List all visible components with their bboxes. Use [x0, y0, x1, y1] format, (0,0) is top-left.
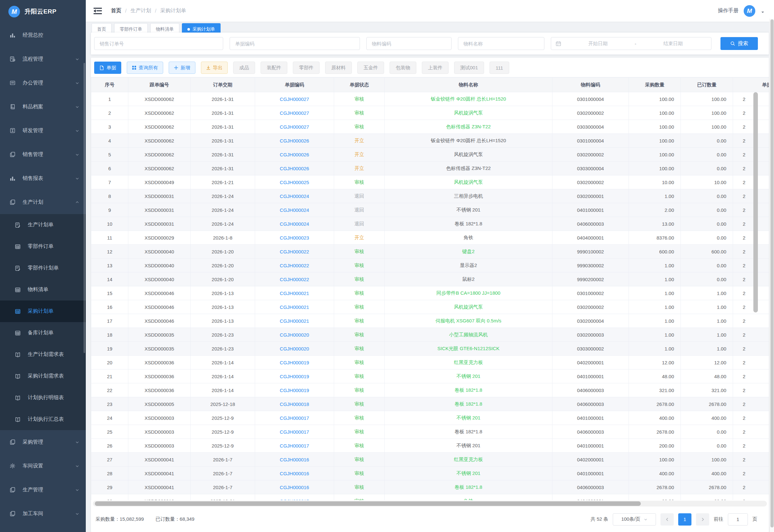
tab-采购计划单[interactable]: 采购计划单: [182, 23, 221, 33]
doc-code-link[interactable]: CGJH000017: [280, 429, 309, 435]
doc-code-link[interactable]: CGJH000021: [280, 318, 309, 324]
sidebar-item-采购计划需求表[interactable]: 采购计划需求表: [0, 365, 86, 387]
doc-code-link[interactable]: CGJH000022: [280, 277, 309, 282]
chevron-down-icon[interactable]: [760, 10, 765, 15]
sidebar-item-生产管理[interactable]: 生产管理: [0, 478, 86, 502]
doc-code-link[interactable]: CGJH000020: [280, 332, 309, 338]
search-button[interactable]: 搜索: [720, 37, 758, 50]
doc-code-link[interactable]: CGJH000023: [280, 235, 309, 241]
doc-code-link[interactable]: CGJH000026: [280, 138, 309, 143]
doc-code-link[interactable]: CGJH000022: [280, 249, 309, 254]
page-number-button[interactable]: 1: [678, 513, 691, 526]
doc-code-link[interactable]: CGJH000019: [280, 374, 309, 379]
help-link[interactable]: 操作手册: [718, 7, 739, 14]
sidebar-item-生产计划需求表[interactable]: 生产计划需求表: [0, 344, 86, 365]
sidebar-item-采购计划单[interactable]: 采购计划单: [0, 300, 86, 322]
doc-code-link[interactable]: CGJH000027: [280, 96, 309, 102]
doc-code-link[interactable]: CGJH000021: [280, 304, 309, 310]
sidebar-item-料品档案[interactable]: 料品档案: [0, 95, 86, 119]
doc-code-link[interactable]: CGJH000022: [280, 263, 309, 268]
export-button[interactable]: 导出: [201, 62, 228, 74]
sidebar-scrollbar[interactable]: [84, 63, 85, 353]
vertical-scrollbar[interactable]: [753, 92, 758, 500]
doc-code-link[interactable]: CGJH000026: [280, 152, 309, 157]
cell-ordered-qty: 600.00: [681, 245, 733, 259]
doc-button[interactable]: 单据: [94, 62, 121, 74]
cell-ordered-qty: 1.00: [681, 342, 733, 356]
query-all-button[interactable]: 查询所有: [127, 62, 163, 74]
category-chip-五金件[interactable]: 五金件: [357, 62, 384, 74]
category-chip-装配件[interactable]: 装配件: [261, 62, 287, 74]
category-chip-成品[interactable]: 成品: [233, 62, 255, 74]
sidebar-item-零部件计划单[interactable]: 零部件计划单: [0, 257, 86, 279]
avatar[interactable]: M: [744, 5, 755, 17]
doc-code-link[interactable]: CGJH000024: [280, 221, 309, 227]
category-chip-111[interactable]: 111: [490, 62, 509, 74]
category-chip-零部件[interactable]: 零部件: [293, 62, 320, 74]
goto-page-input[interactable]: [728, 513, 748, 526]
doc-code-link[interactable]: CGJH000021: [280, 291, 309, 296]
doc-code-link[interactable]: CGJH000017: [280, 443, 309, 448]
doc-code-link[interactable]: CGJH000017: [280, 415, 309, 421]
sidebar-item-车间设置[interactable]: 车间设置: [0, 454, 86, 478]
tab-零部件订单[interactable]: 零部件订单: [114, 23, 148, 33]
sidebar-item-零部件订单[interactable]: 零部件订单: [0, 236, 86, 257]
sidebar-item-销售报表[interactable]: 销售报表: [0, 166, 86, 190]
sidebar-item-经营总控[interactable]: 经营总控: [0, 23, 86, 47]
sidebar-item-办公管理[interactable]: 办公管理: [0, 71, 86, 95]
doc-code-link[interactable]: CGJH000026: [280, 166, 309, 171]
doc-code-link[interactable]: CGJH000027: [280, 124, 309, 130]
doc-code-link[interactable]: CGJH000016: [280, 485, 309, 490]
sidebar-item-生产计划单[interactable]: 生产计划单: [0, 214, 86, 236]
sidebar-item-物料清单[interactable]: 物料清单: [0, 279, 86, 300]
doc-code-link[interactable]: CGJH000016: [280, 457, 309, 462]
doc-code-link[interactable]: CGJH000015: [280, 498, 309, 500]
cell-doc-code: CGJH000016: [255, 480, 334, 494]
breadcrumb-home[interactable]: 首页: [111, 7, 121, 14]
sidebar-item-加工车间[interactable]: 加工车间: [0, 502, 86, 526]
sales-order-input[interactable]: [94, 37, 223, 50]
date-range-picker[interactable]: 开始日期 - 结束日期: [551, 37, 711, 50]
doc-code-link[interactable]: CGJH000024: [280, 207, 309, 213]
material-name-input[interactable]: [458, 37, 544, 50]
docs-icon: [10, 510, 16, 517]
sidebar-item-备库计划单[interactable]: 备库计划单: [0, 322, 86, 344]
sidebar-item-计划执行汇总表[interactable]: 计划执行汇总表: [0, 409, 86, 430]
category-chip-包装物[interactable]: 包装物: [390, 62, 416, 74]
sidebar-item-计划执行明细表[interactable]: 计划执行明细表: [0, 387, 86, 409]
horizontal-scrollbar-thumb[interactable]: [95, 501, 641, 506]
sidebar-item-label: 采购计划需求表: [28, 373, 79, 379]
add-button[interactable]: 新增: [169, 62, 195, 74]
vertical-scrollbar-thumb[interactable]: [753, 92, 758, 312]
doc-code-link[interactable]: CGJH000019: [280, 360, 309, 365]
doc-code-link[interactable]: CGJH000025: [280, 180, 309, 185]
chevron-down-icon: [75, 440, 79, 444]
sidebar-collapse-button[interactable]: [94, 8, 102, 14]
doc-code-input[interactable]: [230, 37, 360, 50]
page-scrollbar[interactable]: [769, 19, 774, 532]
horizontal-scrollbar[interactable]: [93, 501, 767, 507]
doc-code-link[interactable]: CGJH000020: [280, 346, 309, 351]
sidebar-item-流程管理[interactable]: 流程管理: [0, 47, 86, 71]
doc-code-link[interactable]: CGJH000027: [280, 110, 309, 116]
page-size-select[interactable]: 100条/页: [613, 513, 656, 526]
sidebar-item-采购管理[interactable]: 采购管理: [0, 430, 86, 454]
sidebar-item-研发管理[interactable]: 研发管理: [0, 119, 86, 143]
prev-page-button[interactable]: [660, 513, 674, 526]
material-code-input[interactable]: [366, 37, 451, 50]
category-chip-原材料[interactable]: 原材料: [325, 62, 352, 74]
tab-物料清单[interactable]: 物料清单: [150, 23, 179, 33]
sidebar-item-生产计划[interactable]: 生产计划: [0, 190, 86, 214]
page-scrollbar-thumb[interactable]: [770, 19, 774, 527]
doc-code-link[interactable]: CGJH000018: [280, 401, 309, 407]
doc-code-link[interactable]: CGJH000024: [280, 193, 309, 199]
sidebar-item-销售管理[interactable]: 销售管理: [0, 143, 86, 166]
next-page-button[interactable]: [696, 513, 709, 526]
category-chip-测试001[interactable]: 测试001: [454, 62, 484, 74]
tab-首页[interactable]: 首页: [92, 23, 112, 33]
category-chip-上装件[interactable]: 上装件: [422, 62, 449, 74]
doc-code-link[interactable]: CGJH000019: [280, 388, 309, 393]
breadcrumb-parent[interactable]: 生产计划: [130, 7, 151, 14]
doc-code-link[interactable]: CGJH000016: [280, 471, 309, 476]
cell-ordered-qty: 0.00: [681, 134, 733, 148]
